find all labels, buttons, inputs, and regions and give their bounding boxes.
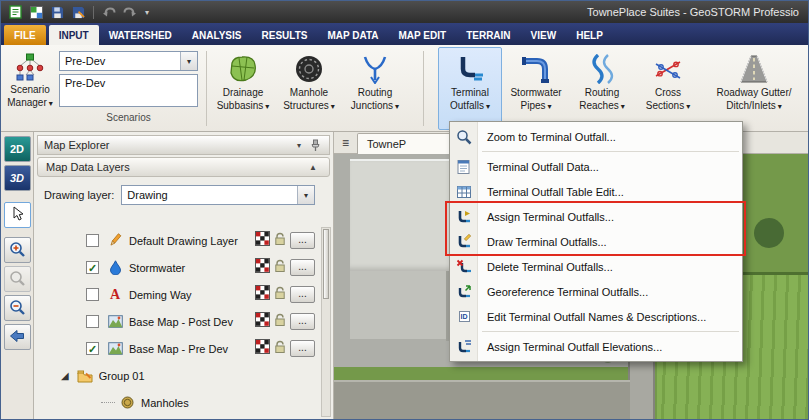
layer-row-stormwater[interactable]: ✓ Stormwater ... bbox=[37, 254, 317, 281]
layer-checkbox[interactable] bbox=[86, 315, 99, 328]
tab-terrain[interactable]: TERRAIN bbox=[456, 25, 520, 45]
panel-menu-dropdown-icon[interactable]: ▾ bbox=[291, 141, 307, 150]
drawing-layer-combo[interactable]: Drawing ▾ bbox=[121, 185, 315, 205]
chevron-down-icon: ▾ bbox=[778, 102, 782, 111]
layer-checkbox[interactable] bbox=[86, 288, 99, 301]
menu-item-georeference-terminal-outfalls[interactable]: Georeference Terminal Outfalls... bbox=[450, 279, 742, 304]
undo-icon[interactable] bbox=[101, 4, 117, 20]
layer-row-group-01[interactable]: ◢ Group 01 bbox=[37, 362, 317, 389]
map-explorer-header[interactable]: Map Explorer ▾ bbox=[37, 135, 330, 155]
section-title: Map Data Layers bbox=[46, 161, 130, 173]
zoom-window-button[interactable] bbox=[4, 266, 31, 292]
layer-style-swatch[interactable] bbox=[255, 258, 270, 277]
drawing-layer-row: Drawing layer: Drawing ▾ bbox=[44, 185, 315, 205]
explorer-scrollbar[interactable] bbox=[321, 227, 331, 417]
menu-item-edit-terminal-outfall-names[interactable]: ID Edit Terminal Outfall Names & Descrip… bbox=[450, 304, 742, 329]
ribbon-button-routing-junctions[interactable]: Routing Junctions▾ bbox=[343, 47, 407, 130]
ribbon-button-drainage-subbasins[interactable]: Drainage Subbasins▾ bbox=[211, 47, 275, 130]
save-as-icon[interactable] bbox=[70, 4, 86, 20]
menu-item-draw-terminal-outfalls[interactable]: Draw Terminal Outfalls... bbox=[450, 229, 742, 254]
lock-icon[interactable] bbox=[274, 259, 286, 277]
layer-more-button[interactable]: ... bbox=[290, 313, 315, 330]
ribbon-button-terminal-outfalls[interactable]: Terminal Outfalls▾ bbox=[438, 47, 502, 130]
scenario-manager-button[interactable]: Scenario Manager▾ bbox=[3, 47, 57, 130]
quick-access-dropdown-icon[interactable]: ▾ bbox=[143, 8, 151, 17]
layer-style-swatch[interactable] bbox=[255, 339, 270, 358]
layer-checkbox[interactable]: ✓ bbox=[86, 342, 99, 355]
tab-view[interactable]: VIEW bbox=[521, 25, 567, 45]
scrollbar-thumb[interactable] bbox=[323, 229, 329, 299]
tab-analysis[interactable]: ANALYSIS bbox=[182, 25, 252, 45]
lock-icon[interactable] bbox=[274, 286, 286, 304]
quick-access-toolbar: ▾ bbox=[7, 4, 151, 20]
check-icon: ✓ bbox=[88, 263, 97, 273]
basemap-icon bbox=[106, 315, 124, 328]
layer-row-basemap-postdev[interactable]: Base Map - Post Dev ... bbox=[37, 308, 317, 335]
new-document-icon[interactable] bbox=[7, 4, 23, 20]
ribbon-button-routing-reaches[interactable]: Routing Reaches▾ bbox=[570, 47, 634, 130]
scenarios-group-label: Scenarios bbox=[59, 112, 198, 123]
ribbon-button-stormwater-pipes[interactable]: Stormwater Pipes▾ bbox=[504, 47, 568, 130]
layer-checkbox[interactable] bbox=[86, 234, 99, 247]
layer-style-swatch[interactable] bbox=[255, 231, 270, 250]
layer-more-button[interactable]: ... bbox=[290, 232, 315, 249]
save-icon[interactable] bbox=[49, 4, 65, 20]
pin-icon[interactable] bbox=[307, 139, 323, 152]
tab-input[interactable]: INPUT bbox=[49, 25, 99, 45]
tab-map-data[interactable]: MAP DATA bbox=[317, 25, 388, 45]
chevron-down-icon[interactable]: ▾ bbox=[297, 186, 314, 204]
layer-tree: Default Drawing Layer ... ✓ Stormwater .… bbox=[37, 227, 317, 419]
tab-help[interactable]: HELP bbox=[566, 25, 613, 45]
layer-more-button[interactable]: ... bbox=[290, 286, 315, 303]
zoom-out-button[interactable] bbox=[4, 295, 31, 321]
layer-checkbox[interactable]: ✓ bbox=[86, 261, 99, 274]
menu-item-delete-terminal-outfalls[interactable]: Delete Terminal Outfalls... bbox=[450, 254, 742, 279]
chevron-down-icon: ▾ bbox=[395, 102, 399, 111]
tab-list-menu-icon[interactable]: ≡ bbox=[337, 134, 354, 151]
project-grid-icon[interactable] bbox=[28, 4, 44, 20]
terminal-outfalls-icon bbox=[455, 52, 485, 86]
chevron-down-icon[interactable]: ▾ bbox=[180, 52, 197, 70]
layer-style-swatch[interactable] bbox=[255, 312, 270, 331]
layer-more-button[interactable]: ... bbox=[290, 259, 315, 276]
select-pointer-button[interactable] bbox=[4, 202, 31, 228]
previous-view-button[interactable] bbox=[4, 324, 31, 350]
id-badge-icon: ID bbox=[455, 308, 473, 326]
expand-triangle-icon[interactable]: ◢ bbox=[61, 370, 69, 381]
ribbon-button-cross-sections[interactable]: Cross Sections▾ bbox=[636, 47, 700, 130]
menu-item-assign-terminal-outfalls[interactable]: Assign Terminal Outfalls... bbox=[450, 204, 742, 229]
collapse-arrow-icon[interactable]: ▲ bbox=[305, 163, 321, 172]
view-2d-button[interactable]: 2D bbox=[4, 136, 31, 162]
scenario-textbox[interactable]: Pre-Dev bbox=[59, 74, 198, 107]
ribbon-button-manhole-structures[interactable]: Manhole Structures▾ bbox=[277, 47, 341, 130]
menu-item-zoom-to-terminal-outfall[interactable]: Zoom to Terminal Outfall... bbox=[450, 124, 742, 149]
tab-watershed[interactable]: WATERSHED bbox=[99, 25, 182, 45]
water-drop-icon bbox=[106, 260, 124, 275]
lock-icon[interactable] bbox=[274, 313, 286, 331]
lock-icon[interactable] bbox=[274, 340, 286, 358]
menu-item-assign-terminal-outfall-elevations[interactable]: Assign Terminal Outfall Elevations... bbox=[450, 334, 742, 359]
scenario-combo[interactable]: Pre-Dev ▾ bbox=[59, 51, 198, 71]
zoom-in-button[interactable] bbox=[4, 237, 31, 263]
tab-map-edit[interactable]: MAP EDIT bbox=[389, 25, 457, 45]
view-3d-button[interactable]: 3D bbox=[4, 165, 31, 191]
tab-results[interactable]: RESULTS bbox=[251, 25, 317, 45]
ribbon-separator bbox=[206, 51, 207, 126]
redo-icon[interactable] bbox=[122, 4, 138, 20]
menu-item-terminal-outfall-data[interactable]: Terminal Outfall Data... bbox=[450, 154, 742, 179]
layer-more-button[interactable]: ... bbox=[290, 340, 315, 357]
ribbon-tab-bar: FILE INPUT WATERSHED ANALYSIS RESULTS MA… bbox=[1, 23, 808, 45]
layer-row-deming-way[interactable]: A Deming Way ... bbox=[37, 281, 317, 308]
layer-row-basemap-predev[interactable]: ✓ Base Map - Pre Dev ... bbox=[37, 335, 317, 362]
ribbon-button-roadway-gutter[interactable]: Roadway Gutter/ Ditch/Inlets▾ bbox=[702, 47, 806, 130]
drawing-layer-label: Drawing layer: bbox=[44, 189, 114, 201]
tab-file[interactable]: FILE bbox=[4, 25, 46, 45]
chevron-down-icon: ▾ bbox=[331, 102, 335, 111]
map-data-layers-header[interactable]: Map Data Layers ▲ bbox=[37, 157, 330, 177]
layer-row-default-drawing[interactable]: Default Drawing Layer ... bbox=[37, 227, 317, 254]
layer-row-manholes[interactable]: Manholes bbox=[37, 389, 317, 416]
layer-style-swatch[interactable] bbox=[255, 285, 270, 304]
zoom-in-icon bbox=[9, 241, 26, 260]
lock-icon[interactable] bbox=[274, 232, 286, 250]
menu-item-terminal-outfall-table-edit[interactable]: Terminal Outfall Table Edit... bbox=[450, 179, 742, 204]
